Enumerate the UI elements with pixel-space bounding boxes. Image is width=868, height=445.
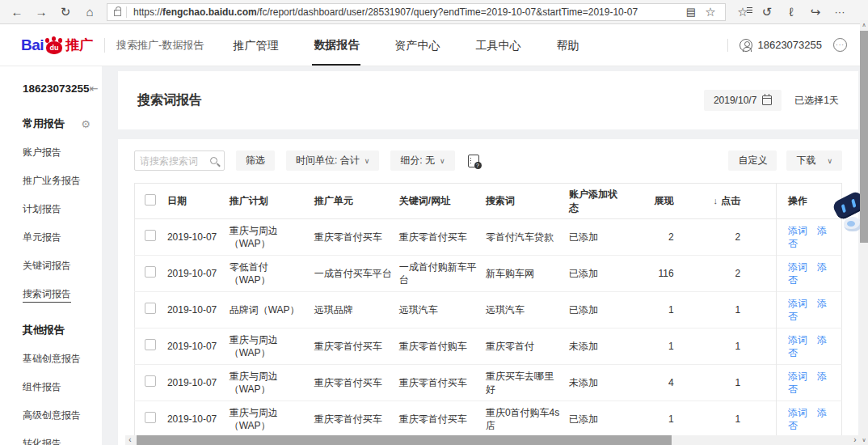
divider xyxy=(104,38,105,53)
cell-add-status: 未添加 xyxy=(569,328,633,365)
browser-more-icon[interactable]: ··· xyxy=(828,2,852,23)
forward-icon[interactable]: → xyxy=(29,2,53,23)
cell-add-status: 已添加 xyxy=(569,401,633,438)
add-word-link[interactable]: 添词 xyxy=(788,225,807,236)
date-selection-note: 已选择1天 xyxy=(794,94,839,108)
main-content: 搜索词报告 2019/10/7 已选择1天 筛选 xyxy=(102,66,868,445)
cell-keyword: 重庆零首付买车 xyxy=(399,219,486,256)
cell-add-status: 已添加 xyxy=(569,256,633,292)
page-title: 搜索词报告 xyxy=(137,92,202,109)
segment-dropdown[interactable]: 细分: 无 ∨ xyxy=(390,150,454,171)
vertical-scroll-thumb[interactable] xyxy=(860,31,868,243)
row-checkbox[interactable] xyxy=(145,375,156,387)
header-right: 18623073255 ··· xyxy=(727,38,847,52)
sidebar-item-plan-report[interactable]: 计划报告 xyxy=(23,202,102,216)
sidebar: 18623073255 ⇤ 常用报告 ⚙ 账户报告 推广业务报告 计划报告 单元… xyxy=(0,66,102,445)
col-plan[interactable]: 推广计划 xyxy=(230,184,314,219)
sidebar-item-component-report[interactable]: 组件报告 xyxy=(23,380,102,394)
search-icon[interactable] xyxy=(210,157,217,164)
nav-item-help[interactable]: 帮助 xyxy=(554,26,580,65)
scroll-left-icon[interactable]: ‹ xyxy=(125,435,135,445)
add-word-link[interactable]: 添词 xyxy=(788,371,807,382)
table-row: 2019-10-07 零低首付（WAP） 一成首付买车平台 一成首付购新车平台 … xyxy=(135,256,842,292)
nav-item-tool-center[interactable]: 工具中心 xyxy=(474,26,522,65)
ink-notes-icon[interactable]: ℓ xyxy=(779,2,803,23)
scroll-down-icon[interactable]: ∨ xyxy=(860,435,868,445)
cell-date: 2019-10-07 xyxy=(167,401,230,438)
nav-item-asset-center[interactable]: 资产中心 xyxy=(393,26,441,65)
home-icon[interactable]: ⌂ xyxy=(78,2,102,23)
scroll-up-icon[interactable]: ∧ xyxy=(860,20,868,30)
cell-plan: 重庆与周边（WAP） xyxy=(230,365,314,401)
col-unit[interactable]: 推广单元 xyxy=(314,184,399,219)
favorites-hub-icon[interactable]: ☆ xyxy=(731,2,755,23)
date-picker-button[interactable]: 2019/10/7 xyxy=(704,90,782,111)
horizontal-scrollbar[interactable]: ‹ › xyxy=(125,435,860,445)
report-help-icon[interactable]: ? xyxy=(468,155,479,167)
col-keyword[interactable]: 关键词/网址 xyxy=(399,184,486,219)
refresh-icon[interactable]: ↻ xyxy=(53,2,78,23)
page: ← → ↻ ⌂ https://fengchao.baidu.com/fc/re… xyxy=(0,0,868,445)
cell-clicks: 2 xyxy=(697,256,777,292)
customize-button[interactable]: 自定义 xyxy=(728,150,777,171)
gear-icon[interactable]: ⚙ xyxy=(81,118,91,130)
horizontal-scroll-thumb[interactable] xyxy=(137,435,672,445)
row-checkbox[interactable] xyxy=(145,266,156,278)
col-status[interactable]: 账户添加状态 xyxy=(569,184,633,219)
sidebar-item-searchterm-report[interactable]: 搜索词报告 xyxy=(23,287,102,301)
share-icon[interactable]: ↪ xyxy=(803,2,828,23)
address-bar[interactable]: https://fengchao.baidu.com/fc/report/das… xyxy=(107,3,726,21)
scroll-right-icon[interactable]: › xyxy=(850,435,860,445)
cell-unit: 重庆零首付买车 xyxy=(314,328,399,365)
add-word-link[interactable]: 添词 xyxy=(788,334,807,345)
collapse-sidebar-icon[interactable]: ⇤ xyxy=(90,83,99,95)
sidebar-item-advanced-creative-report[interactable]: 高级创意报告 xyxy=(23,409,102,422)
col-date[interactable]: 日期 xyxy=(167,184,230,219)
cell-keyword: 一成首付购新车平台 xyxy=(399,256,486,292)
col-query[interactable]: 搜索词 xyxy=(486,184,569,219)
col-clicks[interactable]: ↓点击 xyxy=(697,184,777,219)
add-word-link[interactable]: 添词 xyxy=(788,407,807,418)
nav-item-data-report[interactable]: 数据报告 xyxy=(312,25,360,66)
table-row: 2019-10-07 重庆与周边（WAP） 重庆零首付买车 重庆零首付买车 零首… xyxy=(135,219,842,256)
search-input[interactable] xyxy=(140,155,210,167)
select-all-checkbox[interactable] xyxy=(145,194,156,206)
cell-query: 新车购车网 xyxy=(486,256,569,292)
cell-query: 远琪汽车 xyxy=(486,292,569,328)
download-dropdown[interactable]: 下载 ∨ xyxy=(786,150,842,171)
header-more-icon[interactable]: ··· xyxy=(833,38,847,52)
favorite-star-icon[interactable]: ☆ xyxy=(701,2,720,23)
sidebar-item-unit-report[interactable]: 单元报告 xyxy=(23,231,102,244)
sidebar-item-keyword-report[interactable]: 关键词报告 xyxy=(23,259,102,273)
baidu-logo[interactable]: Bai du 推广 xyxy=(21,36,93,54)
row-checkbox[interactable] xyxy=(145,412,156,423)
sidebar-item-conversion-report[interactable]: 转化报告 xyxy=(23,437,102,445)
url-text[interactable]: https://fengchao.baidu.com/fc/report/das… xyxy=(133,6,681,18)
filter-button[interactable]: 筛选 xyxy=(236,150,275,171)
sidebar-item-business-report[interactable]: 推广业务报告 xyxy=(23,174,102,188)
sidebar-item-basic-creative-report[interactable]: 基础创意报告 xyxy=(23,352,102,366)
nav-item-promotion-manage[interactable]: 推广管理 xyxy=(231,26,280,65)
baidu-paw-icon: du xyxy=(45,36,63,54)
row-checkbox[interactable] xyxy=(145,230,156,241)
add-word-link[interactable]: 添词 xyxy=(788,261,807,273)
reading-view-icon[interactable]: ▤ xyxy=(681,2,701,23)
history-icon[interactable]: ↺ xyxy=(755,2,779,23)
cell-clicks: 1 xyxy=(697,401,777,438)
row-checkbox[interactable] xyxy=(145,339,156,350)
sidebar-item-account-report[interactable]: 账户报告 xyxy=(23,146,102,159)
chevron-down-icon: ∨ xyxy=(364,157,370,165)
back-icon[interactable]: ← xyxy=(5,2,29,23)
sort-desc-icon: ↓ xyxy=(714,196,718,206)
vertical-scrollbar[interactable]: ∧ ∨ xyxy=(860,20,868,445)
row-checkbox[interactable] xyxy=(145,303,156,314)
col-impressions[interactable]: 展现 xyxy=(633,184,697,219)
account-menu[interactable]: 18623073255 xyxy=(739,39,822,52)
add-word-link[interactable]: 添词 xyxy=(788,298,807,309)
time-unit-dropdown[interactable]: 时间单位: 合计 ∨ xyxy=(286,150,379,171)
cell-keyword: 重庆零首付购车 xyxy=(399,328,486,365)
cell-date: 2019-10-07 xyxy=(167,292,230,328)
sidebar-section-other: 其他报告 xyxy=(23,323,102,337)
chevron-down-icon: ∨ xyxy=(440,157,445,165)
cell-query: 零首付汽车贷款 xyxy=(486,219,569,256)
